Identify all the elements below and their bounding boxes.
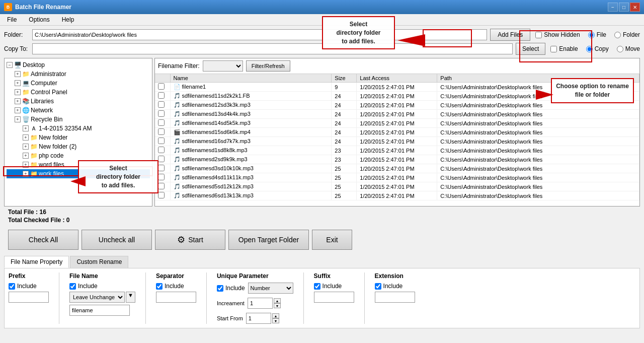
tree-item-recyclebin[interactable]: + 🗑️ Recycle Bin (7, 115, 150, 124)
extension-include-checkbox[interactable]: Include (375, 283, 415, 290)
tab-custom-rename[interactable]: Custom Rename (70, 256, 128, 268)
start-button[interactable]: ⚙ Start (155, 230, 225, 250)
table-row[interactable]: 🎵sdfilenamesd2sd9k9k.mp3 23 1/20/2015 2:… (155, 155, 639, 164)
filter-select[interactable] (203, 60, 243, 72)
expand-network[interactable]: + (15, 107, 21, 113)
uncheck-all-button[interactable]: Uncheck all (82, 230, 152, 250)
copyto-input[interactable] (32, 43, 513, 54)
tree-item-date-folder[interactable]: + A 1-4-2015 32354 AM (7, 124, 150, 133)
expand-wordfiles[interactable]: + (23, 162, 29, 168)
file-checkbox[interactable] (158, 119, 165, 126)
file-checkbox[interactable] (158, 147, 165, 153)
file-checkbox[interactable] (158, 192, 165, 198)
file-checkbox[interactable] (158, 174, 165, 180)
menu-options[interactable]: Options (26, 15, 52, 24)
table-row[interactable]: 🎵sdfilenamesd14sd5k5k.mp3 24 1/20/2015 2… (155, 119, 639, 128)
filename-dropdown[interactable]: Leave Unchange Uppercase Lowercase (69, 292, 125, 303)
check-all-button[interactable]: Check All (8, 230, 78, 250)
file-checkbox[interactable] (158, 101, 165, 108)
table-row[interactable]: 🎵sdfilenamesd1sd8k8k.mp3 23 1/20/2015 2:… (155, 146, 639, 155)
file-checkbox[interactable] (158, 138, 165, 144)
table-row[interactable]: 🎵sdfilenamesd6sd13k13k.mp3 25 1/20/2015 … (155, 191, 639, 200)
startfrom-up[interactable]: ▲ (272, 313, 279, 318)
expand-date-folder[interactable]: + (23, 125, 29, 131)
suffix-include-checkbox[interactable]: Include (314, 283, 354, 290)
tree-item-newfolder2[interactable]: + 📁 New folder (2) (7, 142, 150, 151)
wordfiles-icon: 📁 (30, 161, 38, 169)
show-hidden-checkbox[interactable]: Show Hidden (535, 31, 580, 38)
libraries-icon: 📚 (22, 97, 30, 105)
exit-button[interactable]: Exit (312, 230, 352, 250)
table-row[interactable]: 🎬sdfilenamesd15sd6k6k.mp4 24 1/20/2015 2… (155, 128, 639, 137)
separator-input[interactable] (156, 292, 196, 303)
enable-checkbox[interactable]: Enable (550, 45, 578, 52)
extension-input[interactable] (375, 292, 415, 303)
expand-libraries[interactable]: + (15, 98, 21, 104)
tree-item-controlpanel[interactable]: + 📁 Control Panel (7, 88, 150, 97)
tree-item-network[interactable]: + 🌐 Network (7, 106, 150, 115)
filename-include-checkbox[interactable]: Include (69, 283, 135, 290)
tree-item-phpcode[interactable]: + 📁 php code (7, 151, 150, 160)
startfrom-spinner-buttons: ▲ ▼ (272, 313, 279, 323)
filename-dropdown-arrow[interactable]: ▼ (126, 292, 135, 303)
file-checkbox[interactable] (158, 183, 165, 189)
expand-recyclebin[interactable]: + (15, 116, 21, 122)
menu-help[interactable]: Help (59, 15, 77, 24)
separator-include-checkbox[interactable]: Include (156, 283, 196, 290)
copy-radio[interactable]: Copy (586, 45, 609, 52)
add-files-button[interactable]: Add Files (490, 29, 530, 41)
move-radio[interactable]: Move (617, 45, 640, 52)
unique-param-include-checkbox[interactable]: Include (217, 285, 245, 292)
expand-computer[interactable]: + (15, 80, 21, 86)
increment-up[interactable]: ▲ (274, 298, 281, 303)
table-row[interactable]: 🎵sdfilenamesd13sd4k4k.mp3 24 1/20/2015 2… (155, 110, 639, 119)
increment-input[interactable] (248, 298, 273, 309)
file-checkbox[interactable] (158, 165, 165, 171)
file-checkbox[interactable] (158, 92, 165, 99)
increment-down[interactable]: ▼ (274, 303, 281, 308)
startfrom-down[interactable]: ▼ (272, 318, 279, 323)
copyto-select-button[interactable]: Select (516, 43, 545, 55)
folder-radio[interactable]: Folder (614, 31, 640, 38)
expand-newfolder[interactable]: + (23, 134, 29, 141)
tree-item-desktop[interactable]: − 🖥️ Desktop (7, 60, 150, 70)
suffix-input[interactable] (314, 292, 354, 303)
file-checkbox[interactable] (158, 110, 165, 117)
file-radio[interactable]: File (588, 31, 606, 38)
tree-label-recyclebin: Recycle Bin (31, 116, 62, 123)
app-icon: B (4, 3, 12, 11)
table-row[interactable]: 🎵sdfilenamesd16sd7k7k.mp3 24 1/20/2015 2… (155, 137, 639, 146)
expand-phpcode[interactable]: + (23, 153, 29, 159)
annotation-rename-right: Choose option to renamefile or folder (551, 78, 634, 103)
file-type-icon: 🎵 (174, 102, 181, 108)
tab-file-name-property[interactable]: File Name Property (4, 256, 69, 268)
tree-item-newfolder[interactable]: + 📁 New folder (7, 133, 150, 142)
close-button[interactable]: ✕ (630, 3, 640, 12)
table-row[interactable]: 🎵sdfilenamesd5sd12k12k.mp3 25 1/20/2015 … (155, 182, 639, 191)
unique-param-type-select[interactable]: Number Date Random (248, 283, 293, 294)
prefix-input[interactable] (9, 292, 49, 303)
expand-controlpanel[interactable]: + (15, 89, 21, 95)
maximize-button[interactable]: □ (619, 3, 629, 12)
tree-item-administrator[interactable]: + 📁 Administrator (7, 70, 150, 79)
expand-desktop[interactable]: − (7, 62, 13, 68)
tree-item-computer[interactable]: + 💻 Computer (7, 79, 150, 88)
table-row[interactable]: 🎵sdfilenamesd4sd11k11k.mp3 25 1/20/2015 … (155, 173, 639, 182)
prefix-include-checkbox[interactable]: Include (9, 283, 49, 290)
file-checkbox[interactable] (158, 156, 165, 162)
filter-refresh-button[interactable]: Filter/Refresh (246, 60, 290, 72)
file-checkbox[interactable] (158, 83, 165, 90)
startfrom-input[interactable] (246, 313, 271, 324)
table-row[interactable]: 🎵sdfilenamesd3sd10k10k.mp3 25 1/20/2015 … (155, 164, 639, 173)
expand-administrator[interactable]: + (15, 71, 21, 77)
tree-item-libraries[interactable]: + 📚 Libraries (7, 97, 150, 106)
expand-newfolder2[interactable]: + (23, 144, 29, 150)
file-type-icon: 🎬 (174, 129, 181, 135)
minimize-button[interactable]: − (608, 3, 618, 12)
filename-input[interactable] (69, 305, 130, 316)
expand-workfiles[interactable]: + (23, 171, 29, 177)
menu-file[interactable]: File (4, 15, 20, 24)
divider-4 (303, 272, 304, 324)
open-target-button[interactable]: Open Target Folder (228, 230, 309, 250)
file-checkbox[interactable] (158, 128, 165, 135)
